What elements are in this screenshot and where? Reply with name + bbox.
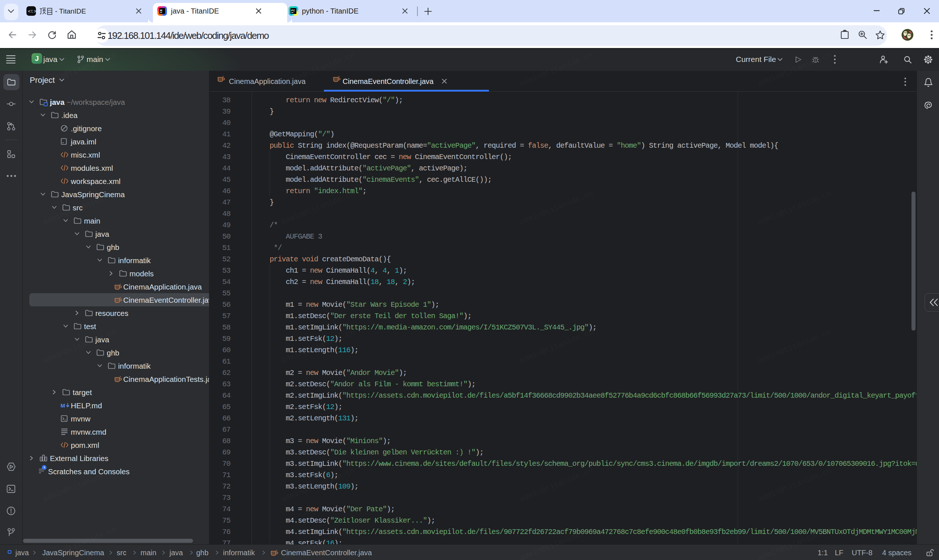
- svg-text:IE: IE: [160, 9, 162, 12]
- svg-text:M: M: [60, 402, 65, 409]
- svg-text:<t>: <t>: [28, 9, 36, 14]
- svg-text:PC: PC: [291, 9, 295, 12]
